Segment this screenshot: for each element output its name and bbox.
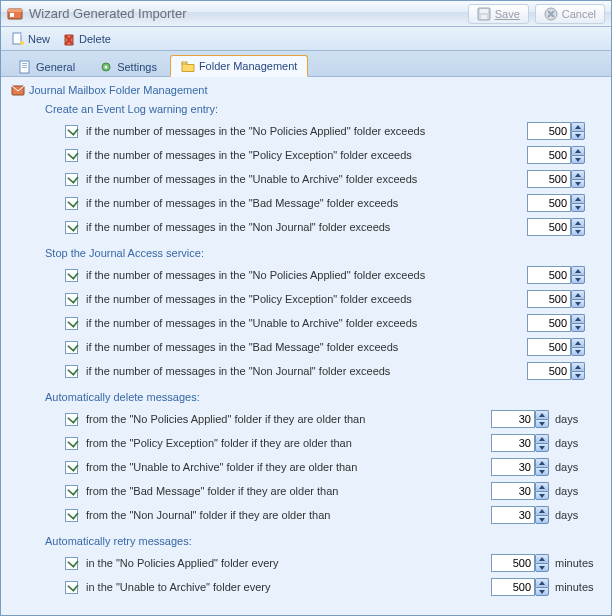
spin-down-button[interactable]: [571, 179, 585, 188]
spin-up-button[interactable]: [571, 146, 585, 155]
spin-down-button[interactable]: [571, 131, 585, 140]
spin-input[interactable]: [491, 506, 535, 524]
svg-rect-16: [22, 63, 27, 64]
spin-up-button[interactable]: [571, 266, 585, 275]
svg-point-11: [20, 41, 24, 45]
content-area: Journal Mailbox Folder Management Create…: [1, 77, 611, 615]
spin-down-button[interactable]: [535, 563, 549, 572]
spin-down-button[interactable]: [571, 155, 585, 164]
option-row: in the "No Policies Applied" folder ever…: [45, 551, 603, 575]
spin-input[interactable]: [491, 410, 535, 428]
tab-general-label: General: [36, 61, 75, 73]
tab-settings[interactable]: Settings: [88, 56, 168, 77]
spin-up-button[interactable]: [571, 170, 585, 179]
checkbox[interactable]: [65, 437, 78, 450]
checkbox[interactable]: [65, 125, 78, 138]
spin-up-button[interactable]: [571, 122, 585, 131]
spin-up-button[interactable]: [535, 506, 549, 515]
spin-down-button[interactable]: [571, 275, 585, 284]
section-title-autoretry: Automatically retry messages:: [45, 535, 603, 547]
checkbox[interactable]: [65, 149, 78, 162]
row-label: if the number of messages in the "No Pol…: [86, 125, 527, 137]
svg-marker-53: [539, 557, 545, 561]
spin-input[interactable]: [527, 314, 571, 332]
spin-up-button[interactable]: [535, 482, 549, 491]
spin-up-button[interactable]: [571, 290, 585, 299]
svg-marker-46: [539, 446, 545, 450]
spin-down-button[interactable]: [535, 443, 549, 452]
spin-up-button[interactable]: [535, 458, 549, 467]
spin-control: [527, 338, 585, 356]
spin-input[interactable]: [527, 194, 571, 212]
svg-marker-34: [575, 278, 581, 282]
spin-up-button[interactable]: [571, 362, 585, 371]
checkbox[interactable]: [65, 485, 78, 498]
spin-input[interactable]: [491, 554, 535, 572]
spin-down-button[interactable]: [535, 491, 549, 500]
spin-down-button[interactable]: [571, 299, 585, 308]
spin-input[interactable]: [527, 218, 571, 236]
unit-label: minutes: [555, 557, 603, 569]
spin-down-button[interactable]: [535, 419, 549, 428]
spin-input[interactable]: [491, 482, 535, 500]
checkbox[interactable]: [65, 221, 78, 234]
cancel-label: Cancel: [562, 8, 596, 20]
spin-down-button[interactable]: [535, 467, 549, 476]
section-stopservice: Stop the Journal Access service: if the …: [45, 247, 603, 383]
spin-input[interactable]: [527, 122, 571, 140]
spin-down-button[interactable]: [571, 323, 585, 332]
spin-down-button[interactable]: [571, 227, 585, 236]
checkbox[interactable]: [65, 581, 78, 594]
spin-up-button[interactable]: [571, 338, 585, 347]
spin-control: [491, 554, 549, 572]
checkbox[interactable]: [65, 317, 78, 330]
spin-down-button[interactable]: [571, 347, 585, 356]
spin-down-button[interactable]: [571, 371, 585, 380]
spin-input[interactable]: [527, 170, 571, 188]
tab-folder-management[interactable]: Folder Management: [170, 55, 308, 77]
option-row: from the "Bad Message" folder if they ar…: [45, 479, 603, 503]
section-title-eventlog: Create an Event Log warning entry:: [45, 103, 603, 115]
tab-general[interactable]: General: [7, 56, 86, 77]
spin-up-button[interactable]: [571, 194, 585, 203]
spin-down-button[interactable]: [571, 203, 585, 212]
spin-input[interactable]: [527, 362, 571, 380]
spin-down-button[interactable]: [535, 515, 549, 524]
checkbox[interactable]: [65, 461, 78, 474]
checkbox[interactable]: [65, 509, 78, 522]
svg-rect-5: [481, 15, 487, 19]
checkbox[interactable]: [65, 341, 78, 354]
spin-up-button[interactable]: [535, 578, 549, 587]
spin-up-button[interactable]: [535, 410, 549, 419]
spin-up-button[interactable]: [535, 554, 549, 563]
window-title: Wizard Generated Importer: [29, 6, 462, 21]
spin-input[interactable]: [527, 266, 571, 284]
spin-input[interactable]: [527, 290, 571, 308]
checkbox[interactable]: [65, 197, 78, 210]
spin-input[interactable]: [491, 434, 535, 452]
checkbox[interactable]: [65, 269, 78, 282]
option-row: from the "No Policies Applied" folder if…: [45, 407, 603, 431]
spin-input[interactable]: [491, 578, 535, 596]
checkbox[interactable]: [65, 293, 78, 306]
spin-control: [527, 218, 585, 236]
spin-down-button[interactable]: [535, 587, 549, 596]
toolbar: New Delete: [1, 27, 611, 51]
checkbox[interactable]: [65, 413, 78, 426]
checkbox[interactable]: [65, 365, 78, 378]
delete-button[interactable]: Delete: [56, 29, 117, 49]
spin-up-button[interactable]: [571, 314, 585, 323]
svg-marker-51: [539, 509, 545, 513]
spin-input[interactable]: [527, 338, 571, 356]
spin-up-button[interactable]: [535, 434, 549, 443]
svg-marker-41: [575, 365, 581, 369]
save-button[interactable]: Save: [468, 4, 529, 24]
new-button[interactable]: New: [5, 29, 56, 49]
spin-input[interactable]: [491, 458, 535, 476]
svg-rect-2: [10, 13, 14, 17]
spin-up-button[interactable]: [571, 218, 585, 227]
checkbox[interactable]: [65, 173, 78, 186]
cancel-button[interactable]: Cancel: [535, 4, 605, 24]
spin-input[interactable]: [527, 146, 571, 164]
checkbox[interactable]: [65, 557, 78, 570]
